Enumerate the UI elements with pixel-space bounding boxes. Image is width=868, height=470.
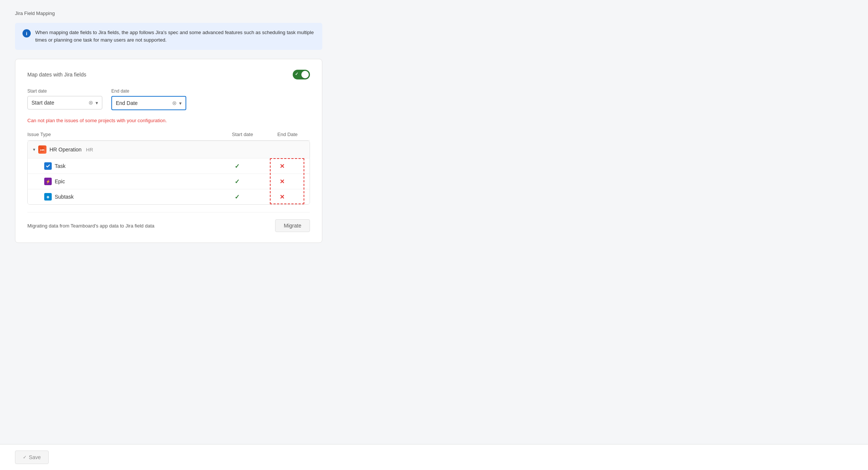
project-row: ▾ HR HR Operation HR [28,141,310,158]
end-date-value: End Date [116,100,172,106]
start-date-group: Start date Start date ⊗ ▾ [27,88,102,110]
svg-text:⚡: ⚡ [46,179,51,184]
end-date-clear-icon[interactable]: ⊗ [172,100,177,106]
issue-table: Issue Type Start date End Date ▾ HR [27,129,310,205]
start-date-value: Start date [31,100,88,106]
epic-cell: ⚡ Epic [44,178,214,185]
end-date-icons: ⊗ ▾ [172,100,182,106]
epic-end-cross-icon: ✕ [280,178,284,185]
project-key: HR [86,147,93,153]
project-name: HR Operation [49,147,82,153]
page-title: Jira Field Mapping [15,10,322,16]
subtask-end-cross-icon: ✕ [280,193,284,201]
migrate-label: Migrating data from Teamboard's app data… [27,223,154,229]
start-date-label: Start date [27,88,102,94]
svg-text:HR: HR [40,148,45,152]
table-body: ▾ HR HR Operation HR [27,141,310,205]
migrate-button[interactable]: Migrate [275,219,310,232]
table-row-subtask: ⊕ Subtask ✓ ✕ [28,189,310,204]
task-name: Task [55,163,66,169]
start-date-select[interactable]: Start date ⊗ ▾ [27,96,102,109]
task-end-date-check: ✕ [259,163,304,170]
project-name-cell: ▾ HR HR Operation HR [33,145,214,154]
main-card: Map dates with Jira fields ✓ Start date … [15,59,322,243]
date-fields-row: Start date Start date ⊗ ▾ End date End D… [27,88,310,110]
map-dates-toggle[interactable]: ✓ [293,70,310,79]
subtask-start-check-icon: ✓ [235,193,239,201]
svg-text:⊕: ⊕ [46,195,49,199]
toggle-row: Map dates with Jira fields ✓ [27,70,310,79]
issue-rows-wrapper: Task ✓ ✕ [28,158,310,204]
save-bar: ✓ Save [0,444,868,470]
info-banner-text: When mapping date fields to Jira fields,… [35,29,315,44]
end-date-chevron-icon[interactable]: ▾ [179,100,182,106]
subtask-icon: ⊕ [44,193,52,201]
task-end-cross-icon: ✕ [280,163,284,170]
save-check-icon: ✓ [23,455,27,460]
epic-icon: ⚡ [44,178,52,185]
project-expand-icon[interactable]: ▾ [33,147,35,152]
start-date-chevron-icon[interactable]: ▾ [96,100,98,106]
task-icon [44,162,52,170]
col-issue-type: Issue Type [27,132,220,137]
start-date-clear-icon[interactable]: ⊗ [88,99,93,106]
info-banner: i When mapping date fields to Jira field… [15,23,322,50]
start-date-icons: ⊗ ▾ [88,99,98,106]
task-cell: Task [44,162,214,170]
task-start-check-icon: ✓ [235,163,239,170]
end-date-label: End date [111,88,186,94]
epic-end-date-check: ✕ [259,178,304,185]
toggle-check-icon: ✓ [295,72,298,76]
info-icon: i [22,29,31,37]
col-end-date: End Date [265,132,310,137]
subtask-start-date-check: ✓ [214,193,259,201]
save-button[interactable]: ✓ Save [15,451,49,464]
end-date-select[interactable]: End Date ⊗ ▾ [111,96,186,110]
subtask-end-date-check: ✕ [259,193,304,201]
col-start-date: Start date [220,132,265,137]
task-start-date-check: ✓ [214,163,259,170]
save-button-label: Save [29,454,41,460]
subtask-cell: ⊕ Subtask [44,193,214,201]
epic-name: Epic [55,178,65,184]
table-header: Issue Type Start date End Date [27,129,310,141]
migrate-row: Migrating data from Teamboard's app data… [27,212,310,232]
epic-start-check-icon: ✓ [235,178,239,185]
table-row-task: Task ✓ ✕ [28,158,310,174]
table-row-epic: ⚡ Epic ✓ ✕ [28,174,310,189]
error-message: Can not plan the issues of some projects… [27,118,310,123]
end-date-group: End date End Date ⊗ ▾ [111,88,186,110]
toggle-label: Map dates with Jira fields [27,72,86,78]
project-icon: HR [38,145,46,154]
epic-start-date-check: ✓ [214,178,259,185]
subtask-name: Subtask [55,194,74,200]
